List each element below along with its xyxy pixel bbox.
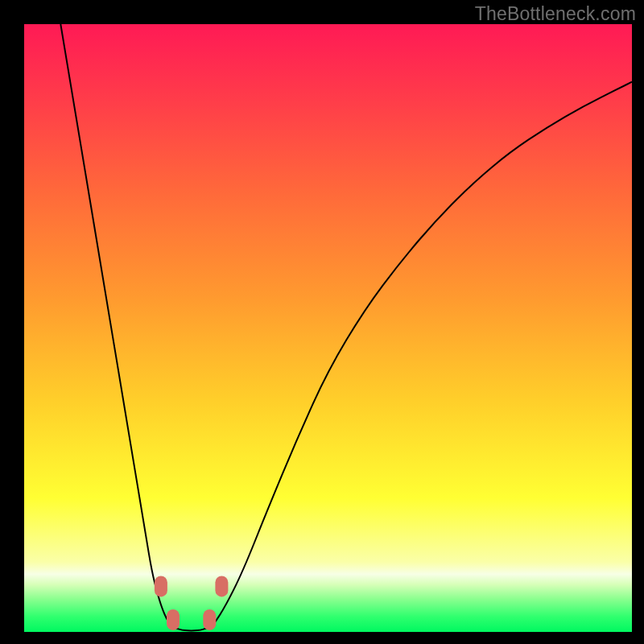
valley-marker-3: [215, 576, 228, 597]
valley-marker-1: [167, 609, 180, 630]
valley-markers: [155, 576, 229, 630]
watermark-text: TheBottleneck.com: [475, 3, 636, 25]
plot-area: [24, 24, 632, 632]
valley-marker-0: [155, 576, 167, 597]
curve-layer: [24, 24, 632, 632]
chart-stage: TheBottleneck.com: [0, 0, 644, 644]
valley-marker-2: [203, 609, 216, 630]
bottleneck-curve: [60, 24, 632, 630]
